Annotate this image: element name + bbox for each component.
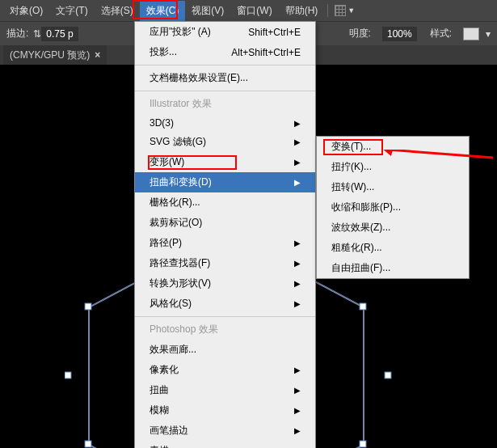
menu-stylize-ai[interactable]: 风格化(S)▶ (135, 294, 315, 314)
divider (327, 4, 328, 17)
menu-rasterize[interactable]: 栅格化(R)... (135, 192, 315, 213)
menu-path[interactable]: 路径(P)▶ (135, 233, 315, 253)
svg-rect-8 (65, 372, 71, 378)
illustrator-header: Illustrator 效果 (135, 94, 315, 114)
arrow-icon: ▶ (294, 137, 301, 146)
menu-pixelate[interactable]: 像素化▶ (135, 360, 315, 380)
menu-3d[interactable]: 3D(3)▶ (135, 114, 315, 132)
annotation-highlight (148, 155, 237, 170)
arrow-icon: ▶ (294, 299, 301, 308)
menu-brush-strokes[interactable]: 画笔描边▶ (135, 421, 315, 441)
svg-rect-5 (360, 441, 366, 447)
style-swatch[interactable] (463, 27, 479, 40)
chevron-down-icon[interactable]: ▼ (347, 6, 355, 15)
menu-svg-filter[interactable]: SVG 滤镜(G)▶ (135, 132, 315, 152)
photoshop-header: Photoshop 效果 (135, 319, 315, 340)
menu-crop-marks[interactable]: 裁剪标记(O) (135, 213, 315, 233)
tab-title: (CMYK/GPU 预览) (10, 49, 90, 62)
stroke-updown-icon[interactable]: ⇅ (33, 28, 41, 40)
stroke-value[interactable]: 0.75 p (41, 27, 78, 41)
menu-window[interactable]: 窗口(W) (230, 1, 278, 21)
arrow-icon: ▶ (294, 406, 301, 415)
arrow-icon: ▶ (294, 366, 301, 374)
submenu-free-distort[interactable]: 自由扭曲(F)... (317, 258, 469, 278)
submenu-zigzag[interactable]: 波纹效果(Z)... (317, 218, 469, 238)
menu-doc-raster[interactable]: 文档栅格效果设置(E)... (135, 68, 315, 88)
submenu-roughen[interactable]: 粗糙化(R)... (317, 238, 469, 258)
submenu-pucker-bloat[interactable]: 收缩和膨胀(P)... (317, 197, 469, 218)
svg-rect-2 (85, 303, 91, 310)
arrow-icon: ▶ (294, 279, 301, 288)
svg-rect-7 (385, 372, 391, 378)
menu-view[interactable]: 视图(V) (185, 1, 230, 21)
svg-rect-3 (360, 303, 366, 310)
grid-icon[interactable] (335, 5, 346, 16)
annotation-highlight (133, 0, 178, 19)
menu-last-effect[interactable]: 投影...Alt+Shift+Ctrl+E (135, 42, 315, 62)
separator (135, 316, 315, 317)
arrow-icon: ▶ (294, 239, 301, 247)
menu-help[interactable]: 帮助(H) (279, 1, 325, 21)
menubar: 对象(O) 文字(T) 选择(S) 效果(C) 视图(V) 窗口(W) 帮助(H… (0, 0, 497, 21)
menu-sketch[interactable]: 素描▶ (135, 441, 315, 448)
submenu-twist[interactable]: 扭转(W)... (317, 177, 469, 197)
menu-apply-effect[interactable]: 应用"投影" (A)Shift+Ctrl+E (135, 22, 315, 42)
separator (135, 65, 315, 66)
menu-text[interactable]: 文字(T) (49, 1, 94, 21)
arrow-icon: ▶ (294, 119, 301, 128)
opacity-value[interactable]: 100% (382, 27, 417, 41)
document-tab[interactable]: (CMYK/GPU 预览) × (3, 45, 107, 66)
menu-convert-shape[interactable]: 转换为形状(V)▶ (135, 273, 315, 294)
arrow-icon: ▶ (294, 386, 301, 395)
opacity-label: 明度: (349, 27, 371, 40)
style-label: 样式: (430, 27, 452, 40)
arrow-icon: ▶ (294, 259, 301, 268)
menu-distort-transform[interactable]: 扭曲和变换(D)▶ (135, 172, 315, 192)
distort-transform-submenu: 变换(T)... 扭拧(K)... 扭转(W)... 收缩和膨胀(P)... 波… (316, 136, 470, 279)
style-chevron-icon[interactable]: ▾ (486, 28, 491, 40)
arrow-icon: ▶ (294, 178, 301, 187)
svg-rect-4 (85, 441, 91, 447)
arrow-icon: ▶ (294, 426, 301, 435)
annotation-highlight (323, 139, 383, 155)
arrow-icon: ▶ (294, 158, 301, 167)
menu-object[interactable]: 对象(O) (3, 1, 49, 21)
stroke-label: 描边: (6, 27, 28, 40)
close-icon[interactable]: × (95, 49, 100, 61)
menu-effect-gallery[interactable]: 效果画廊... (135, 340, 315, 360)
menu-pathfinder[interactable]: 路径查找器(F)▶ (135, 253, 315, 273)
submenu-tweak[interactable]: 扭拧(K)... (317, 157, 469, 177)
separator (135, 91, 315, 91)
menu-blur[interactable]: 模糊▶ (135, 400, 315, 421)
effect-menu: 应用"投影" (A)Shift+Ctrl+E 投影...Alt+Shift+Ct… (134, 21, 316, 448)
menu-distort-ps[interactable]: 扭曲▶ (135, 380, 315, 400)
